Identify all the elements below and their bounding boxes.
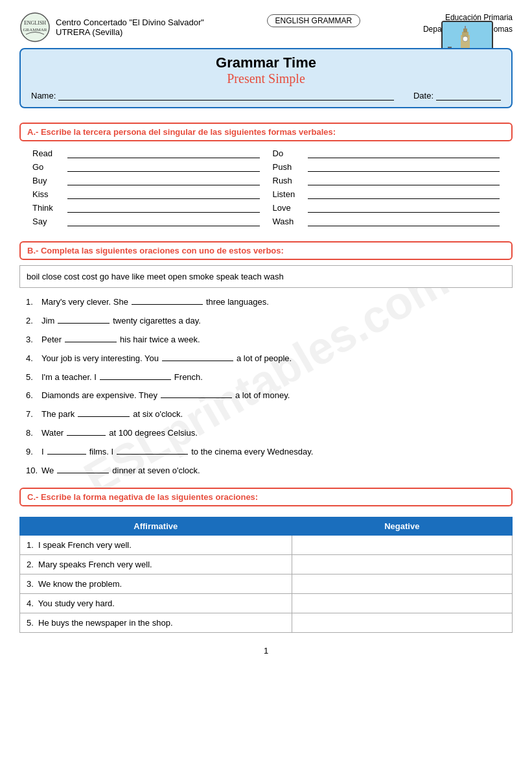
sentence-blank[interactable] bbox=[78, 408, 130, 417]
list-item: 4. Your job is very interesting. You a l… bbox=[26, 349, 506, 368]
section-b-header: B.- Completa las siguientes oraciones co… bbox=[19, 241, 513, 260]
sentence-num: 4. bbox=[26, 352, 39, 366]
list-item: 1. Mary's very clever. She three languag… bbox=[26, 293, 506, 312]
sentence-blank-1[interactable] bbox=[47, 445, 86, 455]
table-row: 2. Mary speaks French very well. bbox=[20, 555, 513, 574]
sentence-blank[interactable] bbox=[65, 333, 117, 342]
verb-row: Wash bbox=[273, 215, 500, 228]
list-item: 7. The park at six o'clock. bbox=[26, 405, 506, 424]
sentence-num: 8. bbox=[26, 427, 39, 440]
svg-text:GRAMMAR: GRAMMAR bbox=[23, 27, 47, 32]
sentence-num: 2. bbox=[26, 314, 39, 328]
affirmative-cell: 3. We know the problem. bbox=[20, 574, 292, 594]
verb-think-blank[interactable] bbox=[67, 204, 260, 213]
title-main: Grammar Time bbox=[31, 54, 501, 71]
sentence-text: The park at six o'clock. bbox=[41, 408, 183, 421]
sentence-blank[interactable] bbox=[132, 296, 203, 305]
verb-listen: Listen bbox=[273, 189, 305, 199]
verb-go-blank[interactable] bbox=[67, 163, 260, 172]
verb-think: Think bbox=[32, 203, 65, 213]
section-c-header: C.- Escribe la forma negativa de las sig… bbox=[19, 488, 513, 506]
verb-kiss: Kiss bbox=[32, 189, 65, 199]
word-bank: boil close cost cost go have like meet o… bbox=[19, 265, 513, 288]
table-row: 1. I speak French very well. bbox=[20, 536, 513, 555]
verb-wash-blank[interactable] bbox=[308, 217, 500, 226]
verb-rush: Rush bbox=[273, 176, 305, 185]
verb-row: Go bbox=[32, 160, 260, 174]
verb-say: Say bbox=[32, 217, 65, 226]
verb-say-blank[interactable] bbox=[67, 217, 260, 226]
sentence-num: 7. bbox=[26, 408, 39, 421]
negative-cell[interactable] bbox=[292, 536, 512, 555]
verb-row: Push bbox=[273, 160, 500, 174]
negative-cell[interactable] bbox=[292, 594, 512, 613]
list-item: 6. Diamonds are expensive. They a lot of… bbox=[26, 386, 506, 405]
verb-grid: Read Go Buy Kiss Think bbox=[19, 147, 513, 228]
sentence-text: Jim twenty cigarettes a day. bbox=[41, 314, 201, 328]
sentence-blank[interactable] bbox=[162, 352, 233, 361]
verb-love-blank[interactable] bbox=[308, 204, 500, 213]
sentence-text: I films. I to the cinema every Wednesday… bbox=[41, 445, 313, 459]
sentence-blank[interactable] bbox=[100, 371, 171, 380]
sentence-text: Diamonds are expensive. They a lot of mo… bbox=[41, 389, 290, 403]
verb-row: Love bbox=[273, 201, 500, 215]
page-number: 1 bbox=[19, 646, 513, 656]
sentence-blank[interactable] bbox=[57, 464, 109, 473]
list-item: 5. I'm a teacher. I French. bbox=[26, 368, 506, 387]
sentence-blank-2[interactable] bbox=[117, 445, 188, 455]
title-sub: Present Simple bbox=[31, 71, 501, 86]
verb-do: Do bbox=[273, 148, 305, 158]
title-box: Grammar Time Present Simple Name: Date: bbox=[19, 48, 513, 108]
list-item: 10. We dinner at seven o'clock. bbox=[26, 462, 506, 480]
negative-cell[interactable] bbox=[292, 613, 512, 633]
name-label: Name: bbox=[31, 91, 56, 101]
verb-push: Push bbox=[273, 162, 305, 172]
verb-row: Say bbox=[32, 215, 260, 228]
verb-push-blank[interactable] bbox=[308, 163, 500, 172]
list-item: 3. Peter his hair twice a week. bbox=[26, 331, 506, 349]
affirmative-cell: 4. You study very hard. bbox=[20, 594, 292, 613]
verb-row: Buy bbox=[32, 174, 260, 187]
affirmative-cell: 2. Mary speaks French very well. bbox=[20, 555, 292, 574]
svg-rect-9 bbox=[465, 26, 466, 29]
section-a-header: A.- Escribe la tercera persona del singu… bbox=[19, 123, 513, 141]
sentence-text: Mary's very clever. She three languages. bbox=[41, 296, 269, 309]
sentence-blank[interactable] bbox=[161, 389, 232, 398]
svg-point-10 bbox=[463, 36, 468, 41]
sentence-text: Peter his hair twice a week. bbox=[41, 333, 200, 347]
sentence-text: We dinner at seven o'clock. bbox=[41, 464, 200, 478]
table-row: 4. You study very hard. bbox=[20, 594, 513, 613]
list-item: 8. Water at 100 degrees Celsius. bbox=[26, 424, 506, 443]
verb-row: Kiss bbox=[32, 187, 260, 201]
verb-buy-blank[interactable] bbox=[67, 176, 260, 185]
sentence-num: 3. bbox=[26, 333, 39, 347]
section-c-table: Affirmative Negative 1. I speak French v… bbox=[19, 517, 513, 633]
verb-do-blank[interactable] bbox=[308, 149, 500, 158]
sentence-blank[interactable] bbox=[67, 427, 106, 436]
verb-read-blank[interactable] bbox=[67, 149, 260, 158]
verb-buy: Buy bbox=[32, 176, 65, 185]
list-item: 2. Jim twenty cigarettes a day. bbox=[26, 312, 506, 331]
svg-text:ENGLISH: ENGLISH bbox=[24, 20, 46, 26]
sentences-list: 1. Mary's very clever. She three languag… bbox=[19, 293, 513, 480]
school-name: Centro Concertado "El Divino Salvador" bbox=[56, 18, 204, 27]
affirmative-cell: 1. I speak French very well. bbox=[20, 536, 292, 555]
table-row: 5. He buys the newspaper in the shop. bbox=[20, 613, 513, 633]
verb-row: Think bbox=[32, 201, 260, 215]
negative-cell[interactable] bbox=[292, 574, 512, 594]
sentence-text: Water at 100 degrees Celsius. bbox=[41, 427, 198, 440]
negative-cell[interactable] bbox=[292, 555, 512, 574]
verb-rush-blank[interactable] bbox=[308, 176, 500, 185]
date-input[interactable] bbox=[436, 90, 501, 101]
school-city: UTRERA (Sevilla) bbox=[56, 27, 204, 37]
sentence-num: 9. bbox=[26, 445, 39, 459]
verb-row: Do bbox=[273, 147, 500, 160]
verb-kiss-blank[interactable] bbox=[67, 190, 260, 199]
date-label: Date: bbox=[413, 91, 434, 101]
verb-listen-blank[interactable] bbox=[308, 190, 500, 199]
verb-row: Rush bbox=[273, 174, 500, 187]
name-input[interactable] bbox=[58, 90, 394, 101]
table-row: 3. We know the problem. bbox=[20, 574, 513, 594]
col-affirmative-header: Affirmative bbox=[20, 517, 292, 536]
sentence-blank[interactable] bbox=[58, 314, 110, 324]
